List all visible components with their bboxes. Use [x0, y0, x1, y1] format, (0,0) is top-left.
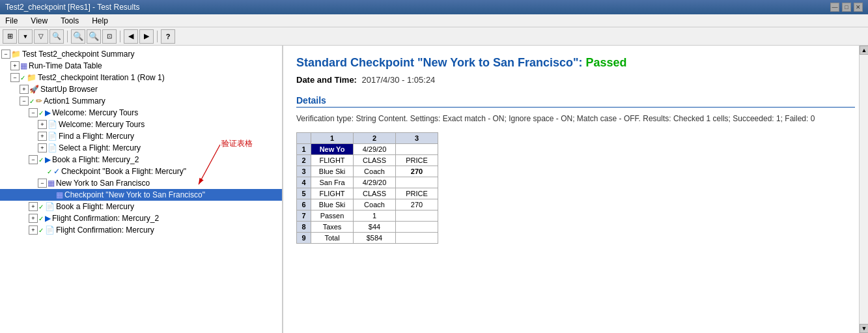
cell-r4-c2: 4/29/20 — [354, 177, 396, 188]
toolbar-btn-help[interactable]: ? — [161, 29, 175, 44]
cell-r3-c1: Blue Ski — [311, 166, 354, 177]
tree-item-flight-conf[interactable]: + ✓ 📄 Flight Confirmation: Mercury — [0, 224, 282, 236]
col-header-2: 2 — [354, 133, 396, 144]
tree-item-ny-sf[interactable]: − ▦ New York to San Francisco — [0, 177, 282, 189]
toolbar-btn-zoom-fit[interactable]: ⊡ — [102, 29, 117, 44]
expand-welcome1[interactable]: + — [38, 120, 47, 129]
tree-label-flight-conf: Flight Confirmation: Mercury — [56, 225, 154, 235]
cell-r7-c2: 1 — [354, 210, 396, 222]
doc-icon-flight-conf: 📄 — [45, 225, 55, 235]
tree-item-action1[interactable]: − ✓ ✏ Action1 Summary — [0, 95, 282, 107]
result-title: Standard Checkpoint "New York to San Fra… — [296, 56, 855, 70]
cell-r5-c1: FLIGHT — [311, 188, 354, 199]
toolbar-btn-filter[interactable]: ▽ — [34, 29, 48, 44]
tree-item-iter1[interactable]: − ✓ 📁 Test2_checkpoint Iteration 1 (Row … — [0, 72, 282, 83]
table-row: 3Blue SkiCoach270 — [297, 166, 438, 177]
expand-iter1[interactable]: − — [10, 73, 20, 82]
tree-label-chk-ny: Checkpoint "New York to San Francisco" — [64, 190, 205, 199]
minimize-button[interactable]: — — [830, 3, 839, 12]
expand-select[interactable]: + — [38, 143, 47, 152]
arrow-icon-flight-conf2: ▶ — [45, 214, 51, 223]
table-row: 4San Fra4/29/20 — [297, 177, 438, 188]
window-title: Test2_checkpoint [Res1] - Test Results — [5, 3, 140, 12]
close-button[interactable]: ✕ — [854, 3, 863, 12]
tree-item-select[interactable]: + 📄 Select a Flight: Mercury 验证表格 — [0, 142, 282, 154]
expand-welcome-sum[interactable]: − — [29, 108, 38, 117]
cell-r5-c3: PRICE — [396, 188, 438, 199]
menu-help[interactable]: Help — [89, 15, 111, 27]
tree-label-book: Book a Flight: Mercury_2 — [52, 155, 139, 164]
tree-item-flight-conf2[interactable]: + ✓ ▶ Flight Confirmation: Mercury_2 — [0, 212, 282, 224]
check-item-icon: ✓ — [53, 167, 60, 176]
tree-label-runtime: Run-Time Data Table — [29, 61, 102, 70]
expand-ny-sf[interactable]: − — [38, 179, 47, 188]
expand-action1[interactable]: − — [20, 96, 29, 106]
toolbar-btn-back[interactable]: ◀ — [124, 29, 138, 44]
tree-label-action1: Action1 Summary — [44, 96, 105, 106]
arrow-icon-book: ▶ — [45, 155, 51, 164]
toolbar-separator-1 — [67, 31, 68, 42]
datetime-label: Date and Time: — [296, 75, 357, 85]
cell-r2-c3: PRICE — [396, 155, 438, 166]
tree-label-find: Find a Flight: Mercury — [59, 132, 134, 141]
cell-r6-c1: Blue Ski — [311, 199, 354, 210]
cell-r3-c3: 270 — [396, 166, 438, 177]
scroll-down-btn[interactable]: ▼ — [860, 324, 868, 333]
doc-icon-welcome1: 📄 — [48, 120, 57, 129]
scroll-up-btn[interactable]: ▲ — [860, 46, 868, 55]
expand-runtime[interactable]: + — [10, 61, 20, 70]
toolbar: ⊞ ▼ ▽ 🔍 🔍 🔍 ⊡ ◀ ▶ ? — [0, 27, 868, 46]
toolbar-btn-2[interactable]: ▼ — [18, 29, 33, 44]
expand-root[interactable]: − — [1, 50, 10, 59]
cell-r1-c1: New Yo — [311, 144, 354, 155]
toolbar-btn-search[interactable]: 🔍 — [49, 29, 64, 44]
expand-startup[interactable]: + — [20, 85, 29, 94]
tree-item-chk-book[interactable]: ✓ ✓ Checkpoint "Book a Flight: Mercury" — [0, 166, 282, 177]
tree-item-root[interactable]: − 📁 Test Test2_checkpoint Summary — [0, 48, 282, 60]
check-icon-book2: ✓ — [38, 203, 44, 210]
col-header-1: 1 — [311, 133, 354, 144]
expand-flight-conf2[interactable]: + — [29, 214, 38, 223]
doc-icon-book2: 📄 — [45, 202, 55, 211]
toolbar-btn-zoom-in[interactable]: 🔍 — [71, 29, 85, 44]
expand-book2[interactable]: + — [29, 202, 38, 211]
tree-item-runtime[interactable]: + ▦ Run-Time Data Table — [0, 60, 282, 72]
check-icon-welcome-sum: ✓ — [38, 109, 44, 117]
table-row: 6Blue SkiCoach270 — [297, 199, 438, 210]
window-controls[interactable]: — □ ✕ — [830, 3, 863, 12]
cell-r8-c1: Taxes — [311, 222, 354, 233]
menu-tools[interactable]: Tools — [58, 15, 81, 27]
menu-view[interactable]: View — [28, 15, 50, 27]
toolbar-btn-zoom-out[interactable]: 🔍 — [87, 29, 101, 44]
cell-row-num: 5 — [297, 188, 311, 199]
tree-item-book2[interactable]: + ✓ 📄 Book a Flight: Mercury — [0, 201, 282, 212]
menu-file[interactable]: File — [3, 15, 20, 27]
toolbar-separator-3 — [157, 31, 158, 42]
datetime-value: 2017/4/30 - 1:05:24 — [362, 75, 436, 85]
cell-row-num: 7 — [297, 210, 311, 222]
details-title: Details — [296, 95, 855, 108]
cell-r8-c2: $44 — [354, 222, 396, 233]
cell-row-num: 9 — [297, 233, 311, 244]
expand-flight-conf[interactable]: + — [29, 225, 38, 235]
details-section: Details Verification type: String Conten… — [296, 95, 855, 124]
table-grid-icon-nysf: ▦ — [48, 179, 55, 188]
folder-icon-iter1: 📁 — [27, 73, 36, 82]
right-scrollbar[interactable]: ▲ ▼ — [859, 46, 868, 333]
expand-book[interactable]: − — [29, 155, 38, 164]
check-icon-action1: ✓ — [29, 98, 35, 105]
checkpoint-table: 1 2 3 1New Yo4/29/202FLIGHTCLASSPRICE3Bl… — [296, 132, 438, 244]
pencil-icon: ✏ — [36, 96, 42, 106]
tree-item-book[interactable]: − ✓ ▶ Book a Flight: Mercury_2 — [0, 154, 282, 166]
toolbar-btn-1[interactable]: ⊞ — [3, 29, 17, 44]
table-row: 2FLIGHTCLASSPRICE — [297, 155, 438, 166]
cell-r1-c2: 4/29/20 — [354, 144, 396, 155]
toolbar-btn-forward[interactable]: ▶ — [139, 29, 154, 44]
tree-item-chk-ny[interactable]: ▦ Checkpoint "New York to San Francisco" — [0, 189, 282, 201]
maximize-button[interactable]: □ — [842, 3, 851, 12]
expand-find[interactable]: + — [38, 132, 47, 141]
tree-item-welcome-sum[interactable]: − ✓ ▶ Welcome: Mercury Tours — [0, 107, 282, 119]
tree-item-startup[interactable]: + 🚀 StartUp Browser — [0, 83, 282, 95]
check-icon-flight-conf: ✓ — [38, 227, 44, 234]
tree-item-welcome1[interactable]: + 📄 Welcome: Mercury Tours — [0, 119, 282, 130]
